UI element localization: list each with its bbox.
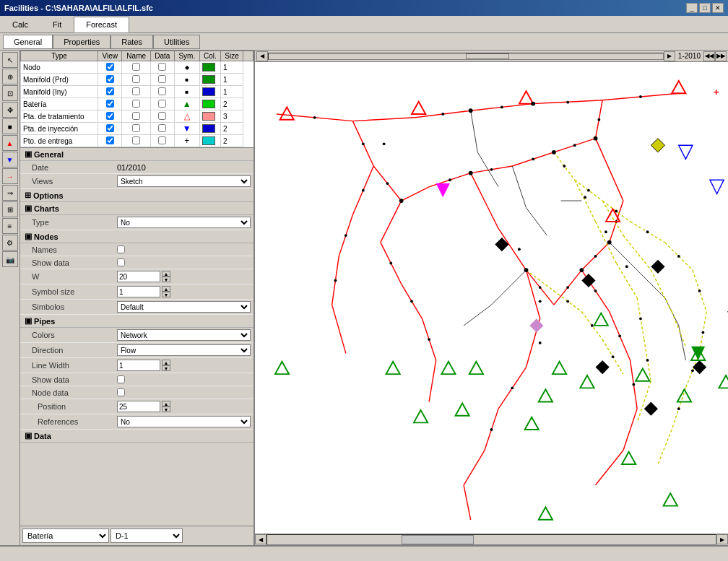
hscroll-bottom-thumb[interactable] (402, 535, 474, 544)
names-checkbox[interactable] (117, 245, 125, 253)
name-bateria[interactable] (122, 98, 150, 110)
name-manifold-prd[interactable] (122, 74, 150, 86)
w-input[interactable] (117, 271, 160, 282)
node-tool-button[interactable]: ■ (2, 118, 18, 134)
tab-forecast[interactable]: Forecast (74, 17, 129, 32)
view-manifold-iny[interactable] (98, 86, 122, 98)
name-nodo[interactable] (122, 61, 150, 74)
view-pta-iny[interactable] (98, 123, 122, 135)
views-value[interactable]: Sketch Map (114, 174, 254, 188)
node-data-checkbox[interactable] (117, 388, 125, 396)
nav-next-button[interactable]: ▶▶ (715, 51, 727, 61)
charts-type-value[interactable]: No Bar Pie (114, 215, 254, 230)
minimize-button[interactable]: _ (686, 3, 698, 13)
hscroll-bottom-track[interactable] (266, 534, 716, 545)
hscroll-bottom-left[interactable]: ◀ (255, 534, 266, 544)
charts-type-select[interactable]: No Bar Pie (117, 217, 251, 228)
subtab-properties[interactable]: Properties (53, 35, 110, 49)
w-value[interactable]: ▲ ▼ (114, 269, 254, 284)
data-pto-entrega[interactable] (150, 135, 174, 147)
name-manifold-iny[interactable] (122, 86, 150, 98)
color-manifold-prd[interactable] (199, 74, 220, 86)
properties-scroll[interactable]: ▣ General Date 01/2010 Views Sketch Map (20, 148, 254, 526)
color-pto-entrega[interactable] (199, 135, 220, 147)
section-nodes[interactable]: ▣ Nodes (20, 230, 254, 243)
double-arrow-button[interactable]: ⇒ (2, 185, 18, 201)
colors-select[interactable]: Network Pressure Flow (117, 329, 251, 341)
symbol-size-up-button[interactable]: ▲ (162, 286, 170, 292)
color-bateria[interactable] (199, 98, 220, 110)
maximize-button[interactable]: □ (699, 3, 711, 13)
show-data-pipes-value[interactable] (114, 374, 254, 385)
triangle-up-button[interactable]: ▲ (2, 135, 18, 151)
network-svg[interactable]: + (255, 62, 728, 534)
section-charts[interactable]: ▣ Charts (20, 202, 254, 215)
triangle-down-button[interactable]: ▼ (2, 152, 18, 168)
subtab-utilities[interactable]: Utilities (153, 35, 200, 49)
scroll-right-button[interactable]: ▶ (664, 51, 675, 61)
section-pipes[interactable]: ▣ Pipes (20, 315, 254, 328)
color-manifold-iny[interactable] (199, 86, 220, 98)
bottom-dropdown2[interactable]: D-1 (110, 529, 183, 543)
direction-select[interactable]: Flow None (117, 344, 251, 356)
references-select[interactable]: No Yes (117, 416, 251, 427)
view-nodo[interactable] (98, 61, 122, 74)
names-value[interactable] (114, 244, 254, 255)
w-up-button[interactable]: ▲ (162, 271, 170, 277)
tab-fit[interactable]: Fit (40, 17, 74, 32)
position-input[interactable] (117, 401, 160, 412)
bottom-dropdown1[interactable]: Batería (22, 529, 109, 543)
grid-button[interactable]: ⊞ (2, 201, 18, 217)
line-width-down-button[interactable]: ▼ (162, 365, 170, 371)
window-controls[interactable]: _ □ ✕ (686, 3, 724, 13)
symbol-size-spinner[interactable]: ▲ ▼ (117, 286, 170, 297)
section-options[interactable]: ⊞ Options (20, 189, 254, 202)
close-button[interactable]: ✕ (712, 3, 724, 13)
data-nodo[interactable] (150, 61, 174, 74)
view-manifold-prd[interactable] (98, 74, 122, 86)
symbol-size-value[interactable]: ▲ ▼ (114, 284, 254, 299)
data-bateria[interactable] (150, 98, 174, 110)
color-nodo[interactable] (199, 61, 220, 74)
data-manifold-prd[interactable] (150, 74, 174, 86)
pan-button[interactable]: ✥ (2, 102, 18, 118)
position-value[interactable]: ▲ ▼ (114, 399, 254, 414)
select-tool-button[interactable]: ↖ (2, 52, 18, 68)
color-pta-trat[interactable] (199, 110, 220, 123)
symbol-size-input[interactable] (117, 286, 160, 297)
line-width-input[interactable] (117, 360, 160, 371)
view-pta-trat[interactable] (98, 110, 122, 123)
position-spinner[interactable]: ▲ ▼ (117, 401, 170, 412)
w-down-button[interactable]: ▼ (162, 277, 170, 282)
simbolos-value[interactable]: Default (114, 300, 254, 314)
zoom-out-button[interactable]: ⊡ (2, 85, 18, 101)
show-data-pipes-checkbox[interactable] (117, 375, 125, 383)
settings-button[interactable]: ⚙ (2, 235, 18, 251)
show-data-checkbox[interactable] (117, 258, 125, 266)
hscroll-thumb[interactable] (466, 53, 509, 59)
views-select[interactable]: Sketch Map (117, 175, 251, 187)
position-up-button[interactable]: ▲ (162, 401, 170, 406)
network-canvas-area[interactable]: + (255, 62, 728, 534)
colors-value[interactable]: Network Pressure Flow (114, 328, 254, 342)
camera-button[interactable]: 📷 (2, 251, 18, 267)
section-data[interactable]: ▣ Data (20, 430, 254, 443)
name-pto-entrega[interactable] (122, 135, 150, 147)
name-pta-trat[interactable] (122, 110, 150, 123)
list-button[interactable]: ≡ (2, 218, 18, 234)
section-general[interactable]: ▣ General (20, 148, 254, 161)
nav-prev-button[interactable]: ◀◀ (703, 51, 715, 61)
name-pta-iny[interactable] (122, 123, 150, 135)
simbolos-select[interactable]: Default (117, 301, 251, 313)
arrow-button[interactable]: → (2, 168, 18, 184)
show-data-value[interactable] (114, 257, 254, 268)
w-spinner[interactable]: ▲ ▼ (117, 271, 170, 282)
hscroll-bottom-right[interactable]: ▶ (716, 534, 728, 544)
data-pta-trat[interactable] (150, 110, 174, 123)
subtab-rates[interactable]: Rates (110, 35, 153, 49)
line-width-spinner[interactable]: ▲ ▼ (117, 360, 170, 371)
position-down-button[interactable]: ▼ (162, 406, 170, 412)
view-bateria[interactable] (98, 98, 122, 110)
color-pta-iny[interactable] (199, 123, 220, 135)
view-pto-entrega[interactable] (98, 135, 122, 147)
